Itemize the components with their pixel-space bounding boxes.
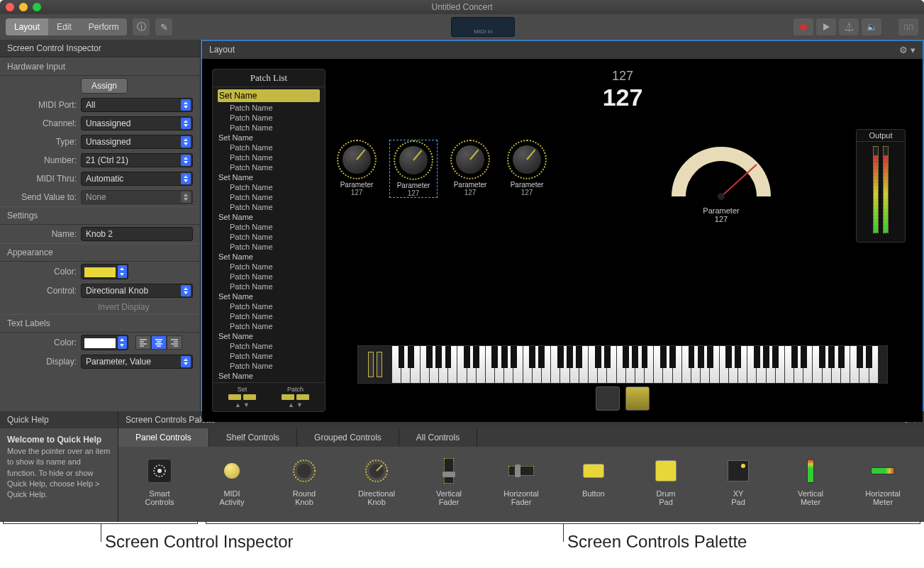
patch-list-set[interactable]: Set Name [217,133,321,143]
patch-list[interactable]: Set NamePatch NamePatch NamePatch NameSe… [213,87,325,382]
assign-button[interactable]: Assign [81,78,128,94]
channel-select[interactable]: Unassigned [81,116,193,130]
palette-item-round-knob[interactable]: RoundKnob [277,457,331,506]
pedal-2[interactable] [625,386,650,411]
patch-list-patch[interactable]: Patch Name [217,222,321,232]
info-icon[interactable]: ⓘ [133,18,150,35]
mode-edit[interactable]: Edit [48,18,80,35]
patch-list-patch[interactable]: Patch Name [217,152,321,162]
set-prev-button[interactable] [228,394,241,400]
controls-palette: Screen Controls Palette⚙︎ ▾ Panel Contro… [118,411,924,522]
layout-canvas[interactable]: 127 127 Parameter127Parameter127Paramete… [333,69,913,412]
tl-color-label: Color: [7,338,77,347]
patch-prev-button[interactable] [282,394,294,400]
patch-list-patch[interactable]: Patch Name [217,301,321,311]
patch-list-set[interactable]: Set Name [217,212,321,222]
palette-item-midi-activity[interactable]: MIDIActivity [205,457,259,506]
align-left-button[interactable] [135,335,151,350]
output-meter[interactable]: Output [856,129,906,243]
patch-list-patch[interactable]: Patch Name [217,232,321,242]
invert-checkbox[interactable]: Invert Display [81,302,193,312]
patch-list-patch[interactable]: Patch Name [217,341,321,351]
patch-list-set[interactable]: Set Name [217,331,321,341]
palette-item-vertical-fader[interactable]: VerticalFader [422,457,476,506]
palette-item-vertical-meter[interactable]: VerticalMeter [784,457,837,506]
patch-list-patch[interactable]: Patch Name [217,123,321,133]
patch-next-button[interactable] [296,394,309,400]
metronome-button[interactable]: ⏃ [839,18,859,35]
patch-list-patch[interactable]: Patch Name [217,272,321,282]
type-select[interactable]: Unassigned [81,135,193,149]
patch-list-patch[interactable]: Patch Name [217,321,321,331]
color-picker[interactable] [81,264,128,279]
patch-list-patch[interactable]: Patch Name [217,351,321,361]
edit-icon[interactable]: ✎ [155,18,172,35]
midi-in-indicator: MIDI In [451,17,515,37]
palette-item-horizontal-fader[interactable]: HorizontalFader [494,457,548,506]
patch-list-patch[interactable]: Patch Name [217,242,321,252]
knob-4[interactable]: Parameter127 [503,140,551,198]
volume-button[interactable] [862,18,881,35]
midi-port-select[interactable]: All [81,98,193,112]
patch-list-set[interactable]: Set Name [217,371,321,381]
align-center-button[interactable] [151,335,167,350]
patch-list-patch[interactable]: Patch Name [217,143,321,152]
align-right-button[interactable] [167,335,182,350]
knob-3[interactable]: Parameter127 [446,140,494,198]
quick-help-body: Move the pointer over an item to show it… [7,447,111,499]
palette-item-horizontal-meter[interactable]: HorizontalMeter [856,457,910,506]
patch-list-patch[interactable]: Patch Name [217,113,321,123]
mode-layout[interactable]: Layout [6,18,48,35]
palette-items: SmartControlsMIDIActivityRoundKnobDirect… [118,447,924,522]
record-button[interactable] [794,18,813,35]
display-select[interactable]: Parameter, Value [81,355,193,369]
knob-2[interactable]: Parameter127 [389,140,438,198]
vu-meter[interactable]: Parameter 127 [664,140,778,223]
palette-tabs: Panel ControlsShelf ControlsGrouped Cont… [118,428,924,447]
name-input[interactable] [81,227,193,241]
control-select[interactable]: Directional Knob [81,284,193,298]
number-select[interactable]: 21 (Ctrl 21) [81,153,193,167]
patch-list-set[interactable]: Set Name [217,89,321,103]
patch-list-patch[interactable]: Patch Name [217,192,321,202]
mode-perform[interactable]: Perform [80,18,128,35]
patch-list-set[interactable]: Set Name [217,291,321,301]
settings-section: Settings [0,206,200,225]
patch-list-patch[interactable]: Patch Name [217,282,321,291]
patch-list-patch[interactable]: Patch Name [217,361,321,371]
send-value-select[interactable]: None [81,190,193,204]
knob-1[interactable]: Parameter127 [333,140,381,198]
keyboard-control[interactable] [357,345,888,384]
patch-list-set[interactable]: Set Name [217,252,321,262]
patch-list-patch[interactable]: Patch Name [217,311,321,321]
midi-thru-select[interactable]: Automatic [81,172,193,186]
palette-tab-0[interactable]: Panel Controls [118,428,209,447]
minimize-button[interactable] [19,3,28,11]
display-label: Display: [7,357,77,367]
set-next-button[interactable] [243,394,256,400]
gear-icon[interactable]: ⚙︎ ▾ [899,45,915,55]
patch-list-set[interactable]: Set Name [217,172,321,182]
pedal-1[interactable] [596,386,620,411]
text-color-picker[interactable] [81,335,128,350]
palette-item-button[interactable]: Button [567,457,620,498]
play-button[interactable] [816,18,836,35]
palette-item-drum-pad[interactable]: DrumPad [639,457,693,506]
inspector-title: Screen Control Inspector [0,40,200,57]
palette-item-xy-pad[interactable]: XYPad [711,457,765,506]
close-button[interactable] [6,3,14,11]
palette-item-directional-knob[interactable]: DirectionalKnob [350,457,403,506]
zoom-button[interactable] [33,3,41,11]
palette-tab-3[interactable]: All Controls [399,428,477,447]
palette-tab-1[interactable]: Shelf Controls [209,428,297,447]
type-label: Type: [7,137,77,147]
palette-item-smart-controls[interactable]: SmartControls [133,457,187,506]
patch-list-patch[interactable]: Patch Name [217,162,321,172]
patch-list-patch[interactable]: Patch Name [217,202,321,212]
patch-list-patch[interactable]: Patch Name [217,182,321,192]
patch-list-patch[interactable]: Patch Name [217,103,321,113]
patch-list-patch[interactable]: Patch Name [217,262,321,272]
hardware-section: Hardware Input [0,57,200,76]
palette-tab-2[interactable]: Grouped Controls [297,428,399,447]
mixer-icon[interactable]: ⎍⎍ [898,18,918,35]
